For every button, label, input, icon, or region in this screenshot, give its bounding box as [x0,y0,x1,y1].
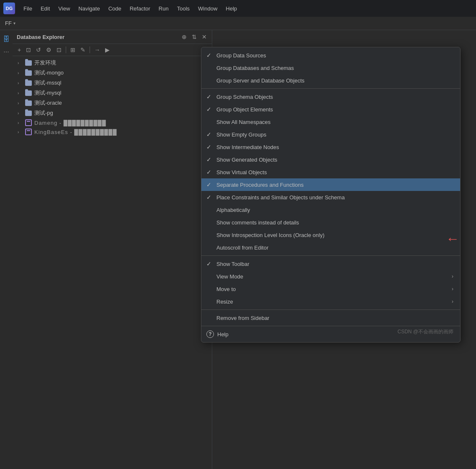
tree-label-kingbase: KingBaseEs - ██████████ [34,129,117,135]
tree-label-pg: 测试-pg [34,109,53,117]
tree-area: › 开发环境 › 测试-mongo › 测试-mssql › 测试-mysql … [13,56,212,469]
menu-view[interactable]: View [55,4,73,13]
tree-label-oracle: 测试-oracle [34,99,62,107]
tree-item-mysql[interactable]: › 测试-mysql [13,88,212,98]
tree-item-mssql[interactable]: › 测试-mssql [13,78,212,88]
database-icon[interactable]: 🗄 [2,34,11,44]
ctx-label-help: Help [217,331,229,338]
ctx-show-generated[interactable]: ✓ Show Generated Objects [201,153,460,166]
tree-label-mysql: 测试-mysql [34,89,61,97]
ctx-separator-1 [201,88,460,89]
menu-edit[interactable]: Edit [37,4,53,13]
menu-file[interactable]: File [20,4,36,13]
tree-label-dameng: Dameng - ██████████ [34,120,106,126]
ctx-separator-4 [201,326,460,326]
folder-icon-pg [25,111,32,116]
check-show-virtual: ✓ [206,169,213,175]
check-group-data-sources: ✓ [206,52,213,59]
help-icon: ? [206,330,214,338]
tree-item-kingbase[interactable]: › KingBaseEs - ██████████ [13,127,212,137]
jump-icon[interactable]: → [93,46,102,54]
tree-item-oracle[interactable]: › 测试-oracle [13,98,212,108]
ctx-group-schema[interactable]: ✓ Group Schema Objects [201,90,460,103]
tree-item-pg[interactable]: › 测试-pg [13,108,212,118]
menu-navigate[interactable]: Navigate [75,4,103,13]
arrow-move-to: › [452,286,453,292]
ctx-autoscroll[interactable]: ✓ Autoscroll from Editor [201,241,460,254]
ctx-resize[interactable]: ✓ Resize › [201,295,460,308]
ctx-group-databases[interactable]: ✓ Group Databases and Schemas [201,62,460,74]
folder-icon-mongo [25,70,32,76]
more-icon[interactable]: ··· [2,47,10,57]
chevron-kaifa: › [18,61,23,65]
menu-help[interactable]: Help [222,4,240,13]
table-icon[interactable]: ⊞ [69,46,77,54]
branch-bar: FF ▾ [0,17,476,30]
edit-icon[interactable]: ✎ [79,46,87,54]
watermark: CSDN @不会画画的画师 [397,328,453,335]
copy-icon[interactable]: ⊡ [24,46,33,54]
ctx-show-introspection[interactable]: ✓ Show Introspection Level Icons (Oracle… [201,229,460,241]
tree-label-mssql: 测试-mssql [34,79,61,87]
tree-item-kaifa[interactable]: › 开发环境 [13,58,212,68]
settings-icon[interactable]: ⚙ [44,46,53,54]
close-icon[interactable]: ✕ [201,33,208,41]
new-icon[interactable]: + [16,46,23,54]
add-datasource-icon[interactable]: ⊕ [181,33,188,41]
folder-icon-oracle [25,100,32,106]
left-icon-bar: 🗄 ··· [0,30,13,469]
menu-tools[interactable]: Tools [174,4,193,13]
ctx-view-mode[interactable]: ✓ View Mode › [201,270,460,283]
ctx-move-to[interactable]: ✓ Move to › [201,283,460,295]
ctx-show-virtual[interactable]: ✓ Show Virtual Objects [201,166,460,178]
ctx-show-comments[interactable]: ✓ Show comments instead of details [201,216,460,229]
ctx-group-object[interactable]: ✓ Group Object Elements [201,103,460,116]
ctx-help-row[interactable]: ? Help CSDN @不会画画的画师 [201,328,460,340]
menu-run[interactable]: Run [155,4,172,13]
ctx-label-group-schema: Group Schema Objects [216,94,453,100]
ctx-show-namespaces[interactable]: ✓ Show All Namespaces [201,116,460,128]
ctx-separator-2 [201,255,460,256]
ctx-show-intermediate[interactable]: ✓ Show Intermediate Nodes [201,141,460,153]
database-explorer-panel: Database Explorer ⊕ ⇅ ✕ + ⊡ ↺ ⚙ ⊡ ⊞ ✎ → … [13,30,212,469]
sidebar-title: Database Explorer [17,34,178,40]
ctx-label-show-introspection: Show Introspection Level Icons (Oracle o… [216,232,453,238]
ctx-label-group-object: Group Object Elements [216,106,453,113]
context-menu: ✓ Group Data Sources ✓ Group Databases a… [201,47,461,343]
run-icon[interactable]: ▶ [103,46,111,54]
branch-selector[interactable]: FF ▾ [5,20,15,26]
ctx-label-show-virtual: Show Virtual Objects [216,169,453,175]
ctx-show-empty[interactable]: ✓ Show Empty Groups [201,128,460,141]
folder-icon-mysql [25,90,32,96]
ctx-alphabetically[interactable]: ✓ Alphabetically [201,204,460,216]
ctx-separate-proc[interactable]: ✓ Separate Procedures and Functions [201,178,460,191]
ctx-group-server[interactable]: ✓ Group Server and Database Objects [201,74,460,87]
menu-window[interactable]: Window [195,4,221,13]
console-icon[interactable]: ⊡ [55,46,63,54]
ctx-label-separate-proc: Separate Procedures and Functions [216,182,453,188]
ctx-place-constraints[interactable]: ✓ Place Constraints and Similar Objects … [201,191,460,204]
ctx-label-autoscroll: Autoscroll from Editor [216,245,453,251]
sidebar-toolbar: + ⊡ ↺ ⚙ ⊡ ⊞ ✎ → ▶ [13,44,212,56]
chevron-kingbase: › [18,130,23,134]
collapse-icon[interactable]: ⇅ [191,33,198,41]
tree-label-mongo: 测试-mongo [34,69,64,77]
ctx-label-resize: Resize [216,299,448,305]
ctx-group-data-sources[interactable]: ✓ Group Data Sources [201,49,460,62]
refresh-icon[interactable]: ↺ [34,46,43,54]
ctx-label-place-constraints: Place Constraints and Similar Objects un… [216,194,453,201]
menu-code[interactable]: Code [105,4,125,13]
check-group-schema: ✓ [206,93,213,100]
main-area: 🗄 ··· Database Explorer ⊕ ⇅ ✕ + ⊡ ↺ ⚙ ⊡ … [0,30,476,469]
sidebar-header: Database Explorer ⊕ ⇅ ✕ [13,30,212,44]
menu-refactor[interactable]: Refactor [126,4,154,13]
ctx-label-group-server: Group Server and Database Objects [216,77,453,84]
menu-bar: File Edit View Navigate Code Refactor Ru… [20,4,240,13]
arrow-view-mode: › [452,273,453,279]
tree-item-mongo[interactable]: › 测试-mongo [13,68,212,78]
tree-item-dameng[interactable]: › Dameng - ██████████ [13,118,212,127]
ctx-label-show-intermediate: Show Intermediate Nodes [216,144,453,150]
chevron-dameng: › [18,121,23,125]
ctx-remove-sidebar[interactable]: ✓ Remove from Sidebar [201,312,460,324]
ctx-show-toolbar[interactable]: ✓ Show Toolbar [201,258,460,270]
